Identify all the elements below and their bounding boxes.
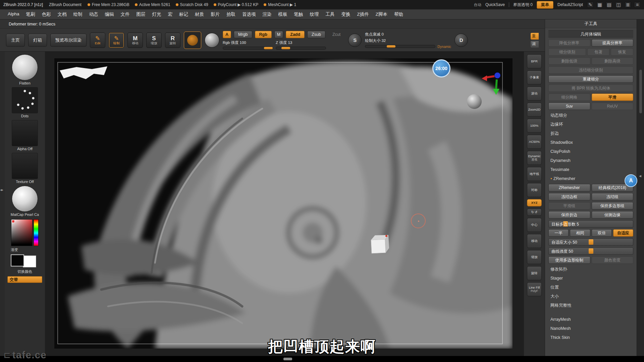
panel-button-相同[interactable]: 相同 bbox=[570, 229, 590, 237]
spotlight-icon[interactable]: S bbox=[348, 34, 362, 47]
rotate-mode-button[interactable]: R 旋转 bbox=[165, 33, 180, 48]
shelf-floor-grid[interactable]: 地平线 bbox=[527, 167, 542, 181]
ui-transparency-slider[interactable]: 界面透明 0 bbox=[513, 2, 533, 8]
menu-item-1[interactable]: 笔刷 bbox=[23, 10, 38, 18]
menu-item-10[interactable]: 宏 bbox=[165, 10, 176, 18]
document-canvas[interactable] bbox=[54, 58, 513, 349]
subpalette-Tessimate[interactable]: Tessimate bbox=[548, 166, 633, 173]
subpalette-ArrayMesh[interactable]: ArrayMesh bbox=[548, 316, 633, 323]
move-mode-button[interactable]: M 移动 bbox=[127, 33, 143, 48]
panel-button-冻结组[interactable]: 冻结组 bbox=[592, 193, 634, 200]
left-divider-rail[interactable]: ◀▶ bbox=[0, 52, 5, 356]
shelf-perspective[interactable]: Dynamic透视 bbox=[527, 151, 542, 165]
assistant-floating-icon[interactable]: A bbox=[625, 174, 637, 187]
menu-item-3[interactable]: 文档 bbox=[55, 10, 70, 18]
zsub-button[interactable]: Zsub bbox=[307, 31, 325, 38]
menu-item-23[interactable]: Z脚本 bbox=[373, 10, 390, 18]
switch-color-button[interactable]: 切换颜色 bbox=[5, 269, 45, 274]
edit-mode-button[interactable]: ✎ Edit bbox=[90, 33, 105, 48]
menu-item-22[interactable]: Z插件 bbox=[354, 10, 372, 18]
collapse-arrow-icon[interactable]: ◀ bbox=[639, 174, 641, 178]
panel-button-ZRemesher[interactable]: ZRemesher bbox=[548, 184, 590, 191]
preview-boolean-button[interactable]: 预览布尔渲染 bbox=[50, 34, 87, 47]
menu-item-14[interactable]: 拾取 bbox=[223, 10, 238, 18]
menu-item-5[interactable]: 动态 bbox=[86, 10, 101, 18]
shelf-rotate-arrows[interactable]: ↻ ↺ bbox=[527, 208, 542, 216]
gizmo-cube[interactable] bbox=[367, 231, 390, 255]
secondary-color-swatch[interactable] bbox=[23, 255, 36, 267]
shelf-bpr[interactable]: BPR bbox=[527, 54, 542, 68]
zscript-label[interactable]: DefaultZScript bbox=[557, 2, 583, 7]
rgb-intensity-slider[interactable]: Rgb 强度 100 bbox=[223, 40, 273, 50]
panel-slider-21[interactable]: 目标多边形数 5 bbox=[548, 220, 633, 228]
panel-button-自适应[interactable]: 自适应 bbox=[613, 229, 633, 237]
subpalette-网格完整性[interactable]: 网格完整性 bbox=[548, 302, 633, 309]
draw-size-slider[interactable]: 焦点衰减 0 绘制大小 32 Dynamic bbox=[365, 32, 451, 49]
menu-item-2[interactable]: 色彩 bbox=[39, 10, 54, 18]
zadd-button[interactable]: Zadd bbox=[286, 31, 305, 38]
right-tray-rail[interactable]: ◀ bbox=[637, 19, 644, 356]
menu-item-12[interactable]: 材质 bbox=[192, 10, 207, 18]
panel-slider-23[interactable]: 自适应大小 50 bbox=[548, 238, 633, 246]
menu-item-21[interactable]: 变换 bbox=[338, 10, 354, 18]
panel-button-Suv[interactable]: Suv bbox=[548, 103, 590, 110]
m-button[interactable]: M bbox=[274, 31, 283, 38]
zcut-button[interactable]: Zcut bbox=[328, 31, 345, 38]
shelf-axis-xyz[interactable]: XYZ bbox=[527, 199, 542, 206]
subpalette-边缘环[interactable]: 边缘环 bbox=[548, 121, 633, 128]
subpalette-ShadowBox[interactable]: ShadowBox bbox=[548, 139, 633, 146]
split-view-icon[interactable]: ◫ bbox=[615, 2, 622, 8]
menu-item-0[interactable]: Alpha bbox=[5, 10, 22, 18]
subpalette-Stager[interactable]: Stager bbox=[548, 275, 633, 282]
shelf-spix[interactable]: 子像素 bbox=[527, 70, 542, 84]
menu-item-20[interactable]: 工具 bbox=[323, 10, 338, 18]
panel-button-使用多边形绘制[interactable]: 使用多边形绘制 bbox=[548, 256, 590, 264]
scale-mode-button[interactable]: S 缩放 bbox=[146, 33, 162, 48]
slider-handle-icon[interactable] bbox=[281, 47, 290, 49]
panel-button-平滑[interactable]: 平滑 bbox=[592, 94, 634, 101]
texture-off[interactable] bbox=[12, 153, 38, 179]
slider-handle-icon[interactable] bbox=[589, 239, 593, 245]
menu-item-16[interactable]: 渲染 bbox=[260, 10, 275, 18]
menu-item-9[interactable]: 灯光 bbox=[149, 10, 164, 18]
scrollbar-thumb[interactable] bbox=[639, 70, 642, 113]
menu-item-6[interactable]: 编辑 bbox=[102, 10, 117, 18]
slider-handle-icon[interactable] bbox=[387, 45, 395, 48]
hue-strip[interactable] bbox=[34, 219, 39, 246]
subpalette-修改拓扑[interactable]: 修改拓扑 bbox=[548, 265, 633, 273]
menu-lines-icon[interactable]: ≡ bbox=[634, 2, 641, 8]
color-picker[interactable] bbox=[11, 219, 39, 246]
shelf-frame-center[interactable]: 中心 bbox=[527, 218, 542, 232]
alpha-off[interactable] bbox=[12, 120, 38, 146]
shelf-zoom2d[interactable]: Zoom2D bbox=[527, 103, 542, 117]
menu-item-7[interactable]: 文件 bbox=[118, 10, 133, 18]
panel-button-保持多边形组[interactable]: 保持多边形组 bbox=[592, 202, 634, 209]
panel-button-保持折边[interactable]: 保持折边 bbox=[548, 211, 590, 219]
subpalette-大小[interactable]: 大小 bbox=[548, 293, 633, 300]
lightbox-button[interactable]: 灯箱 bbox=[28, 34, 47, 47]
focal-shift-label[interactable]: 焦点衰减 0 bbox=[365, 32, 451, 37]
shelf-aa-half[interactable]: AC50% bbox=[527, 135, 542, 149]
grid-icon[interactable]: ▦ bbox=[596, 2, 603, 8]
brush-flatten[interactable] bbox=[12, 54, 38, 80]
rgb-button[interactable]: Rgb bbox=[255, 31, 272, 38]
menu-item-19[interactable]: 纹理 bbox=[307, 10, 322, 18]
panel-button-重建细分[interactable]: 重建细分 bbox=[548, 75, 633, 83]
z-intensity-slider[interactable]: Z 强度 13 bbox=[276, 40, 326, 50]
shelf-rotate-3d[interactable]: 旋转 bbox=[527, 266, 542, 280]
subpalette-ZRemesher[interactable]: ●ZRemesher bbox=[548, 175, 633, 182]
menu-item-8[interactable]: 图层 bbox=[133, 10, 149, 18]
current-brush-button[interactable] bbox=[184, 32, 201, 49]
menu-item-13[interactable]: 影片 bbox=[208, 10, 223, 18]
subpalette-ClayPolish[interactable]: ClayPolish bbox=[548, 148, 633, 155]
menu-button[interactable]: 菜单 bbox=[537, 1, 553, 9]
channel-a-button[interactable]: A bbox=[223, 31, 231, 38]
draw-mode-button[interactable]: ✎ 绘制 bbox=[109, 33, 124, 48]
alternate-color-button[interactable]: 交替 bbox=[7, 276, 42, 283]
quicksave-button[interactable]: QuickSave bbox=[485, 2, 505, 7]
stroke-type-button[interactable] bbox=[205, 33, 219, 48]
clipped-button-top[interactable]: 重 bbox=[531, 33, 539, 40]
shelf-scale-3d[interactable]: 缩放 bbox=[527, 250, 542, 264]
material-matcap-pearl[interactable] bbox=[12, 186, 38, 212]
menu-item-15[interactable]: 首选项 bbox=[239, 10, 259, 18]
